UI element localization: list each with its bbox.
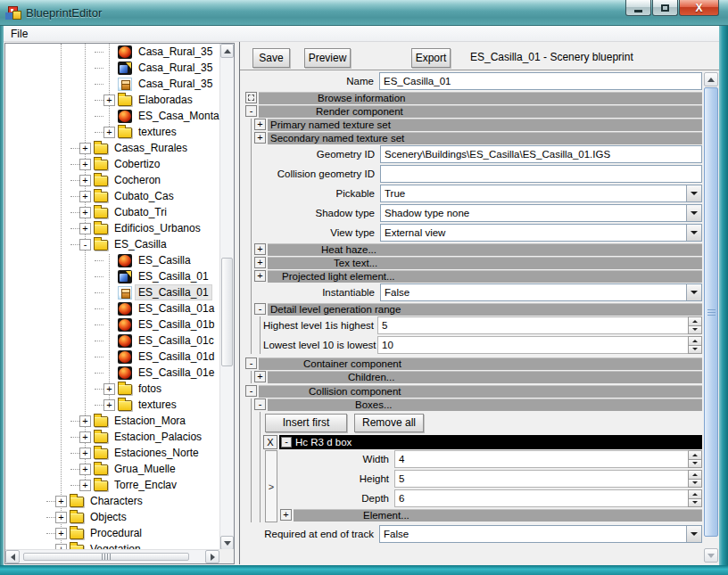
tree-item[interactable]: +Estaciones_Norte bbox=[5, 445, 219, 461]
export-button[interactable]: Export bbox=[411, 48, 451, 68]
expand-icon[interactable]: + bbox=[79, 159, 91, 170]
collapse-icon[interactable]: - bbox=[79, 239, 91, 251]
geometry-id-field[interactable]: Scenery\Buildings\ES_Casilla\ES_Casilla_… bbox=[380, 145, 702, 163]
tree-item[interactable]: ES_Casa_Montaña_ bbox=[5, 108, 219, 124]
tree-item[interactable]: +Edificios_Urbanos bbox=[5, 220, 219, 236]
expand-icon[interactable]: + bbox=[103, 127, 115, 138]
tree-hscrollbar-thumb[interactable] bbox=[23, 553, 189, 561]
tree-item[interactable]: +Cubato_Tri bbox=[5, 204, 219, 220]
expand-icon[interactable]: + bbox=[79, 191, 91, 202]
tree-item[interactable]: +Characters bbox=[5, 493, 219, 509]
expand-icon[interactable]: + bbox=[55, 528, 67, 539]
container-component-collapse-button[interactable]: - bbox=[245, 357, 257, 369]
remove-all-button[interactable]: Remove all bbox=[354, 414, 424, 432]
spin-up-button[interactable] bbox=[688, 470, 702, 480]
tree-item[interactable]: +Estacion_Palacios bbox=[5, 429, 219, 445]
shadow-type-dropdown[interactable]: Shadow type none bbox=[380, 204, 702, 222]
expand-icon[interactable]: + bbox=[55, 512, 67, 523]
tree-item[interactable]: +Estacion_Mora bbox=[5, 413, 219, 429]
insert-first-button[interactable]: Insert first bbox=[265, 414, 347, 432]
highest-level-field[interactable]: 5 bbox=[377, 316, 688, 334]
expand-icon[interactable]: + bbox=[55, 496, 67, 507]
width-field[interactable]: 4 bbox=[394, 450, 688, 468]
preview-button[interactable]: Preview bbox=[304, 48, 351, 68]
property-vertical-scrollbar[interactable] bbox=[704, 72, 718, 563]
save-button[interactable]: Save bbox=[252, 48, 290, 68]
tree-item[interactable]: +Elaboradas bbox=[5, 92, 219, 108]
projected-light-expand-button[interactable]: + bbox=[254, 270, 266, 282]
expand-icon[interactable]: + bbox=[79, 143, 91, 154]
tree-item[interactable]: +Objects bbox=[5, 509, 219, 525]
lowest-level-field[interactable]: 10 bbox=[377, 336, 688, 354]
menu-file[interactable]: File bbox=[4, 27, 35, 41]
lowest-level-stepper[interactable] bbox=[688, 336, 702, 354]
tex-text-expand-button[interactable]: + bbox=[254, 257, 266, 268]
dropdown-arrow-button[interactable] bbox=[686, 225, 701, 241]
spin-up-button[interactable] bbox=[688, 316, 702, 326]
element-expand-button[interactable]: + bbox=[280, 509, 292, 521]
expand-icon[interactable]: + bbox=[103, 94, 115, 106]
tree-item[interactable]: ES_Casilla_01e bbox=[5, 365, 219, 381]
detail-level-collapse-button[interactable]: - bbox=[254, 303, 266, 315]
depth-stepper[interactable] bbox=[688, 489, 702, 507]
scroll-right-button[interactable] bbox=[205, 550, 219, 563]
expand-icon[interactable]: + bbox=[79, 207, 91, 218]
tree-item[interactable]: +Casas_Rurales bbox=[5, 140, 219, 156]
spin-down-button[interactable] bbox=[688, 346, 702, 355]
tree-item[interactable]: +textures bbox=[5, 124, 219, 140]
expand-icon[interactable]: + bbox=[79, 464, 91, 475]
box-item-header[interactable]: - Hc R3 d box bbox=[279, 435, 702, 449]
expand-icon[interactable]: + bbox=[79, 431, 91, 443]
view-type-dropdown[interactable]: External view bbox=[380, 224, 702, 242]
required-at-end-dropdown[interactable]: False bbox=[379, 525, 702, 543]
children-expand-button[interactable]: + bbox=[254, 371, 266, 382]
dropdown-arrow-button[interactable] bbox=[686, 185, 701, 201]
tree-item[interactable]: ES_Casilla_01d bbox=[5, 349, 219, 365]
heat-haze-expand-button[interactable]: + bbox=[254, 243, 266, 255]
collision-geometry-id-field[interactable] bbox=[380, 165, 702, 183]
spin-up-button[interactable] bbox=[688, 450, 702, 460]
tree-scrollbar-thumb[interactable] bbox=[221, 258, 233, 366]
minimize-button[interactable] bbox=[625, 0, 651, 16]
title-bar[interactable]: BlueprintEditor X bbox=[0, 0, 728, 26]
tree-item[interactable]: +fotos bbox=[5, 381, 219, 397]
spin-up-button[interactable] bbox=[688, 336, 702, 346]
expand-icon[interactable]: + bbox=[103, 399, 115, 411]
tree-item[interactable]: Casa_Rural_35 bbox=[5, 44, 219, 60]
expand-icon[interactable]: + bbox=[103, 383, 115, 395]
tree-item[interactable]: +textures bbox=[5, 397, 219, 413]
boxes-collapse-button[interactable]: - bbox=[254, 398, 266, 410]
box-side-handle[interactable]: > bbox=[265, 450, 277, 522]
scroll-up-button[interactable] bbox=[704, 72, 718, 86]
dropdown-arrow-button[interactable] bbox=[686, 526, 701, 542]
scroll-left-button[interactable] bbox=[5, 550, 20, 563]
height-field[interactable]: 5 bbox=[394, 470, 688, 488]
tree-item[interactable]: +Torre_Enclav bbox=[5, 477, 219, 493]
depth-field[interactable]: 6 bbox=[394, 489, 688, 507]
expand-icon[interactable]: + bbox=[79, 415, 91, 427]
tree-item[interactable]: ES_Casilla bbox=[5, 252, 219, 268]
tree-item[interactable]: ES_Casilla_01c bbox=[5, 333, 219, 349]
dropdown-arrow-button[interactable] bbox=[686, 205, 701, 221]
pickable-dropdown[interactable]: True bbox=[380, 185, 702, 202]
spin-down-button[interactable] bbox=[688, 326, 702, 335]
tree-item[interactable]: +Cobertizo bbox=[5, 156, 219, 172]
expand-icon[interactable]: + bbox=[79, 480, 91, 491]
highest-level-stepper[interactable] bbox=[688, 316, 702, 334]
tree-item[interactable]: Casa_Rural_35 bbox=[5, 76, 219, 92]
property-scrollbar-thumb[interactable] bbox=[704, 87, 718, 537]
tree-item[interactable]: ES_Casilla_01a bbox=[5, 300, 219, 316]
spin-down-button[interactable] bbox=[688, 480, 702, 489]
secondary-texture-expand-button[interactable]: + bbox=[254, 132, 266, 144]
tree-item[interactable]: ES_Casilla_01b bbox=[5, 316, 219, 333]
box-collapse-button[interactable]: - bbox=[281, 437, 292, 448]
spin-down-button[interactable] bbox=[688, 460, 702, 469]
name-field[interactable]: ES_Casilla_01 bbox=[379, 72, 702, 90]
maximize-button[interactable] bbox=[652, 0, 678, 16]
tree-item[interactable]: Casa_Rural_35 bbox=[5, 60, 219, 76]
tree-vertical-scrollbar[interactable] bbox=[219, 44, 234, 550]
spin-up-button[interactable] bbox=[688, 489, 702, 499]
tree-item[interactable]: ES_Casilla_01 bbox=[5, 268, 219, 284]
spin-down-button[interactable] bbox=[688, 499, 702, 508]
collision-component-collapse-button[interactable]: - bbox=[245, 385, 257, 397]
